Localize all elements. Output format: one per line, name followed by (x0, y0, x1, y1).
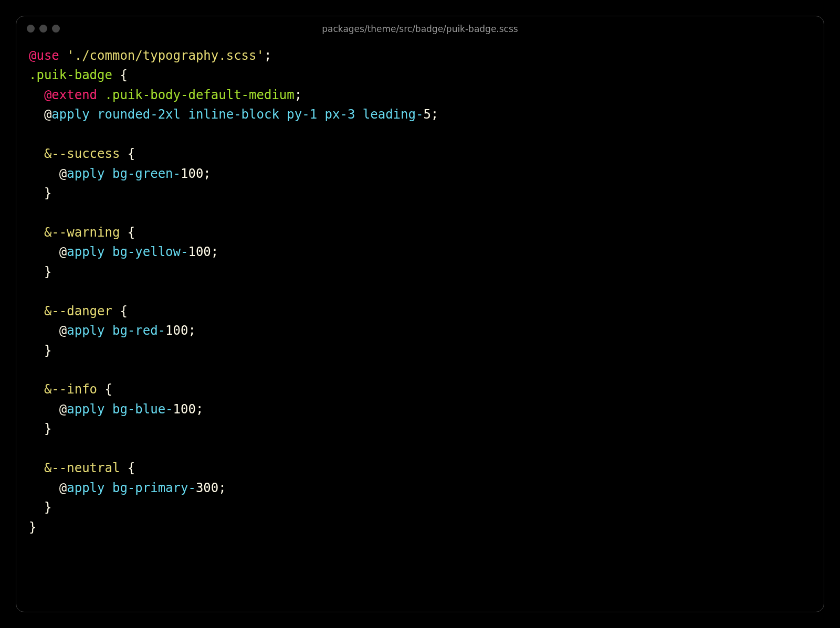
code-token: { (97, 382, 112, 397)
titlebar: packages/theme/src/badge/puik-badge.scss (16, 16, 824, 41)
code-token: apply (51, 107, 89, 122)
code-token: } (44, 186, 51, 200)
code-token (355, 107, 362, 122)
code-token: 5; (423, 107, 438, 122)
code-token: ; (264, 48, 271, 63)
code-token: 100; (188, 244, 218, 259)
code-token: py-1 (287, 107, 317, 122)
window-controls (27, 25, 60, 33)
code-line: } (29, 186, 51, 200)
code-token: } (44, 421, 51, 436)
code-token (105, 244, 112, 259)
code-token: @ (59, 166, 67, 181)
code-token: 100; (165, 323, 196, 338)
code-token (105, 481, 112, 495)
maximize-icon[interactable] (52, 25, 60, 33)
code-token: @ (59, 481, 67, 495)
code-token (279, 107, 287, 122)
code-token: apply (67, 166, 104, 181)
minimize-icon[interactable] (39, 25, 47, 33)
code-token: .puik-badge (29, 68, 112, 82)
code-token: 100; (181, 166, 211, 181)
code-line: } (29, 520, 36, 535)
code-token: &--info (44, 382, 97, 397)
code-line: } (29, 421, 51, 436)
code-token: apply (67, 481, 104, 495)
close-icon[interactable] (27, 25, 35, 33)
code-token (97, 88, 104, 102)
code-token: ; (295, 88, 302, 102)
code-token: .puik-body-default-medium (105, 88, 295, 102)
code-token (181, 107, 188, 122)
code-line: } (29, 343, 51, 358)
code-token: px-3 (325, 107, 355, 122)
code-token: bg-primary- (112, 481, 196, 495)
code-line: &--warning { (29, 225, 135, 240)
code-token: { (120, 225, 135, 240)
code-token: './common/typography.scss' (67, 48, 264, 63)
code-token: &--success (44, 146, 120, 161)
code-token: @ (59, 323, 67, 338)
code-token: bg-yellow- (112, 244, 188, 259)
code-token (90, 107, 97, 122)
code-token: rounded-2xl (97, 107, 181, 122)
code-line: @apply rounded-2xl inline-block py-1 px-… (29, 107, 438, 122)
code-editor[interactable]: @use './common/typography.scss'; .puik-b… (16, 41, 824, 612)
code-token: { (112, 304, 128, 318)
code-token: 100; (173, 402, 204, 417)
code-token: &--danger (44, 304, 112, 318)
code-line: &--info { (29, 382, 112, 397)
code-token (105, 166, 112, 181)
code-token: bg-blue- (112, 402, 173, 417)
code-line: @apply bg-blue-100; (29, 402, 203, 417)
code-token: } (44, 343, 51, 358)
code-token: 300; (196, 481, 226, 495)
code-token: inline-block (188, 107, 279, 122)
code-line: @apply bg-yellow-100; (29, 244, 218, 259)
code-token: @use (29, 48, 59, 63)
code-line: .puik-badge { (29, 68, 128, 82)
code-line: @extend .puik-body-default-medium; (29, 88, 302, 102)
code-token: @ (59, 402, 67, 417)
code-token: } (44, 264, 51, 279)
code-line: @use './common/typography.scss'; (29, 48, 271, 63)
code-token (59, 48, 67, 63)
code-line: @apply bg-red-100; (29, 323, 196, 338)
code-line: @apply bg-primary-300; (29, 481, 226, 495)
code-line: @apply bg-green-100; (29, 166, 211, 181)
code-token: { (112, 68, 128, 82)
code-token (317, 107, 324, 122)
code-token: { (120, 146, 135, 161)
file-path: packages/theme/src/badge/puik-badge.scss (322, 24, 518, 34)
code-token: bg-red- (112, 323, 165, 338)
code-token: } (29, 520, 36, 535)
code-token: { (120, 461, 135, 475)
code-token (105, 402, 112, 417)
code-line: } (29, 264, 51, 279)
code-line: &--success { (29, 146, 135, 161)
code-token: @extend (44, 88, 97, 102)
editor-window: packages/theme/src/badge/puik-badge.scss… (16, 16, 824, 612)
code-line: &--danger { (29, 304, 128, 318)
code-line: } (29, 500, 51, 515)
code-token: leading- (363, 107, 424, 122)
code-token: apply (67, 244, 104, 259)
code-token (105, 323, 112, 338)
code-token: @ (59, 244, 67, 259)
code-line: &--neutral { (29, 461, 135, 475)
code-token: bg-green- (112, 166, 181, 181)
code-token: &--neutral (44, 461, 120, 475)
code-token: @ (44, 107, 51, 122)
code-token: } (44, 500, 51, 515)
code-token: &--warning (44, 225, 120, 240)
code-token: apply (67, 323, 104, 338)
code-token: apply (67, 402, 104, 417)
